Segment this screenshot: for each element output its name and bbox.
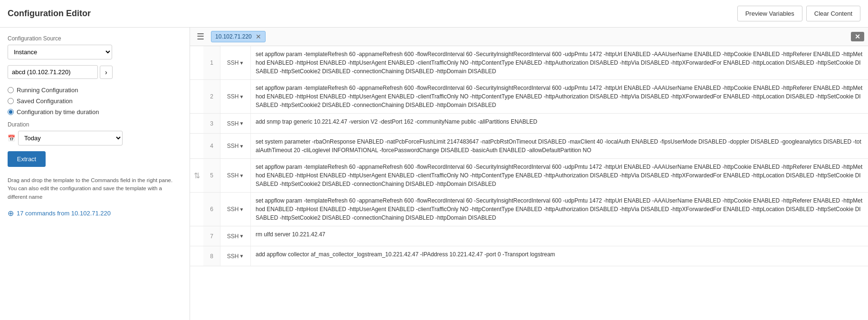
ssh-dropdown-icon: ▼ xyxy=(239,144,244,149)
ssh-badge: SSH ▼ xyxy=(227,253,244,260)
row-type[interactable]: SSH ▼ xyxy=(220,226,251,246)
saved-config-radio-label[interactable]: Saved Configuration xyxy=(8,97,182,105)
table-row: 8 SSH ▼ add appflow collector af_mas_col… xyxy=(190,246,868,266)
ssh-badge: SSH ▼ xyxy=(227,206,244,213)
config-source-select[interactable]: Instance Template xyxy=(8,45,112,59)
instance-input-group: › xyxy=(8,65,182,79)
ssh-label: SSH xyxy=(227,253,239,260)
row-command-text[interactable]: set appflow param -templateRefresh 60 -a… xyxy=(251,193,868,226)
row-type[interactable]: SSH ▼ xyxy=(220,134,251,158)
ip-tag: 10.102.71.220 ✕ xyxy=(211,31,266,42)
app-container: Configuration Editor Preview Variables C… xyxy=(0,0,868,320)
row-command-text[interactable]: set system parameter -rbaOnResponse ENAB… xyxy=(251,134,868,158)
main-content: Configuration Source Instance Template ›… xyxy=(0,28,868,320)
config-source-label: Configuration Source xyxy=(8,35,182,42)
row-command-text[interactable]: add appflow collector af_mas_collector_l… xyxy=(251,246,868,266)
ssh-badge: SSH ▼ xyxy=(227,172,244,179)
row-number: 2 xyxy=(203,80,220,113)
ssh-label: SSH xyxy=(227,233,239,240)
table-row: 3 SSH ▼ add snmp trap generic 10.221.42.… xyxy=(190,114,868,134)
header-buttons: Preview Variables Clear Content xyxy=(737,6,860,21)
time-duration-label: Configuration by time duration xyxy=(17,108,99,116)
row-number: 5 xyxy=(203,159,220,192)
row-type[interactable]: SSH ▼ xyxy=(220,80,251,113)
row-command-text[interactable]: set appflow param -templateRefresh 60 -a… xyxy=(251,80,868,113)
running-config-radio-label[interactable]: Running Configuration xyxy=(8,87,182,94)
ssh-dropdown-icon: ▼ xyxy=(239,94,244,99)
clear-content-button[interactable]: Clear Content xyxy=(806,6,860,21)
right-panel: ☰ 10.102.71.220 ✕ ✕ 1 SSH ▼ set appflow … xyxy=(190,28,868,320)
config-source-group: Configuration Source Instance Template xyxy=(8,35,182,59)
ssh-label: SSH xyxy=(227,143,239,149)
time-duration-radio-label[interactable]: Configuration by time duration xyxy=(8,108,182,116)
table-row: 4 SSH ▼ set system parameter -rbaOnRespo… xyxy=(190,134,868,159)
commands-link[interactable]: ⊕ 17 commands from 10.102.71.220 xyxy=(8,209,182,218)
ssh-badge: SSH ▼ xyxy=(227,143,244,149)
table-row: 6 SSH ▼ set appflow param -templateRefre… xyxy=(190,193,868,226)
commands-link-text: 17 commands from 10.102.71.220 xyxy=(17,210,111,217)
duration-select[interactable]: Today Last 7 Days Last 30 Days Custom xyxy=(18,131,123,145)
ip-tag-close-icon[interactable]: ✕ xyxy=(256,33,261,40)
ssh-label: SSH xyxy=(227,172,239,179)
commands-link-icon: ⊕ xyxy=(8,209,14,218)
row-type[interactable]: SSH ▼ xyxy=(220,46,251,79)
time-duration-radio[interactable] xyxy=(8,109,14,115)
ssh-label: SSH xyxy=(227,120,239,127)
row-number: 1 xyxy=(203,46,220,79)
ssh-dropdown-icon: ▼ xyxy=(239,60,244,66)
running-config-label: Running Configuration xyxy=(17,87,78,94)
ssh-badge: SSH ▼ xyxy=(227,93,244,100)
preview-variables-button[interactable]: Preview Variables xyxy=(737,6,802,21)
hamburger-icon[interactable]: ☰ xyxy=(194,30,207,43)
row-command-text[interactable]: set appflow param -templateRefresh 60 -a… xyxy=(251,46,868,79)
row-number: 8 xyxy=(203,246,220,266)
command-table: 1 SSH ▼ set appflow param -templateRefre… xyxy=(190,46,868,320)
page-title: Configuration Editor xyxy=(8,9,91,19)
row-type[interactable]: SSH ▼ xyxy=(220,114,251,133)
drag-handle[interactable]: ⇅ xyxy=(190,159,203,192)
config-type-radio-group: Running Configuration Saved Configuratio… xyxy=(8,87,182,116)
row-type[interactable]: SSH ▼ xyxy=(220,193,251,226)
ssh-label: SSH xyxy=(227,59,239,66)
extract-button[interactable]: Extract xyxy=(8,151,46,167)
table-row: 7 SSH ▼ rm ulfd server 10.221.42.47 xyxy=(190,226,868,246)
row-type[interactable]: SSH ▼ xyxy=(220,159,251,192)
ssh-dropdown-icon: ▼ xyxy=(239,207,244,212)
ssh-dropdown-icon: ▼ xyxy=(239,253,244,259)
row-type[interactable]: SSH ▼ xyxy=(220,246,251,266)
left-panel: Configuration Source Instance Template ›… xyxy=(0,28,190,320)
right-panel-close-button[interactable]: ✕ xyxy=(851,32,864,41)
ssh-label: SSH xyxy=(227,206,239,213)
duration-select-wrap: 📅 Today Last 7 Days Last 30 Days Custom xyxy=(8,131,182,145)
saved-config-radio[interactable] xyxy=(8,98,14,104)
ssh-label: SSH xyxy=(227,93,239,100)
row-command-text[interactable]: set appflow param -templateRefresh 60 -a… xyxy=(251,159,868,192)
saved-config-label: Saved Configuration xyxy=(17,97,73,105)
row-number: 4 xyxy=(203,134,220,158)
ssh-badge: SSH ▼ xyxy=(227,233,244,240)
ssh-badge: SSH ▼ xyxy=(227,59,244,66)
calendar-icon: 📅 xyxy=(8,135,15,142)
running-config-radio[interactable] xyxy=(8,87,14,93)
header: Configuration Editor Preview Variables C… xyxy=(0,0,868,28)
ssh-dropdown-icon: ▼ xyxy=(239,233,244,239)
table-row: 1 SSH ▼ set appflow param -templateRefre… xyxy=(190,46,868,80)
ssh-dropdown-icon: ▼ xyxy=(239,173,244,178)
instance-navigate-button[interactable]: › xyxy=(100,66,113,79)
ssh-dropdown-icon: ▼ xyxy=(239,121,244,126)
right-panel-header: ☰ 10.102.71.220 ✕ ✕ xyxy=(190,28,868,46)
hint-text: Drag and drop the template to the Comman… xyxy=(8,176,182,201)
duration-group: Duration 📅 Today Last 7 Days Last 30 Day… xyxy=(8,121,182,145)
row-command-text[interactable]: rm ulfd server 10.221.42.47 xyxy=(251,226,868,246)
table-row: ⇅ 5 SSH ▼ set appflow param -templateRef… xyxy=(190,159,868,193)
row-number: 3 xyxy=(203,114,220,133)
row-command-text[interactable]: add snmp trap generic 10.221.42.47 -vers… xyxy=(251,114,868,133)
ssh-badge: SSH ▼ xyxy=(227,120,244,127)
instance-input[interactable] xyxy=(8,65,98,79)
duration-label: Duration xyxy=(8,121,182,128)
row-number: 6 xyxy=(203,193,220,226)
table-row: 2 SSH ▼ set appflow param -templateRefre… xyxy=(190,80,868,114)
row-number: 7 xyxy=(203,226,220,246)
ip-tag-text: 10.102.71.220 xyxy=(215,33,252,40)
